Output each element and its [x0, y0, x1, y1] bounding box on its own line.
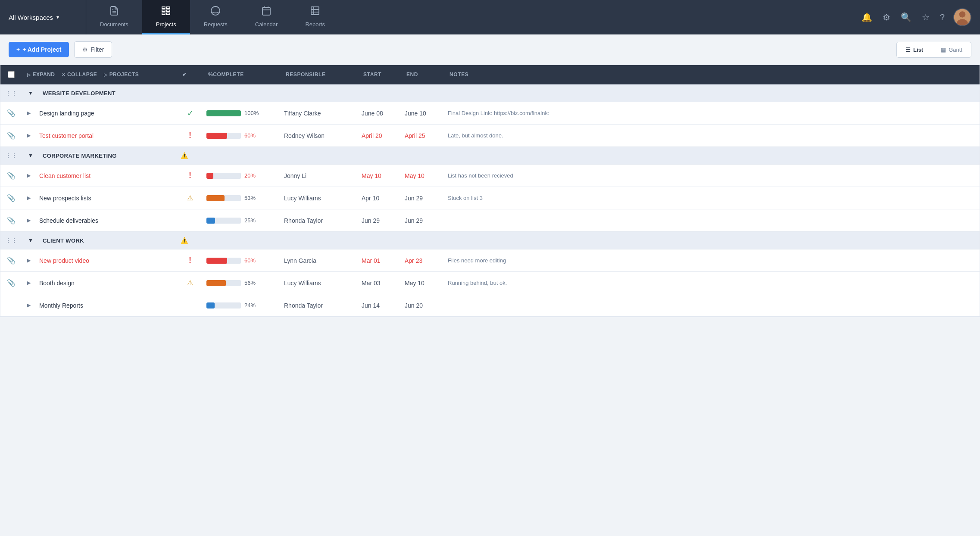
table-header: ▷ Expand ✕ Collapse ▷ Projects ✔ %COMPLE… [0, 65, 980, 84]
responsible-test: Rodney Wilson [281, 132, 358, 139]
task-name-new-product-video[interactable]: New product video [39, 253, 177, 268]
filter-button[interactable]: ⚙ Filter [74, 41, 112, 58]
row-progress-booth: 56% [203, 280, 281, 286]
row-expand-booth[interactable]: ▶ [22, 280, 39, 286]
progress-fill [206, 280, 226, 286]
attach-icon[interactable]: 📎 [0, 171, 22, 180]
start-booth: Mar 03 [358, 280, 401, 287]
gantt-label: Gantt [949, 47, 962, 53]
end-schedule: Jun 29 [401, 217, 444, 224]
search-button[interactable]: 🔍 [899, 10, 913, 24]
group-expand-client[interactable]: ▼ [22, 237, 39, 243]
task-name-booth-design[interactable]: Booth design [39, 275, 177, 291]
group-drag-handle[interactable]: ⋮⋮ [0, 147, 22, 164]
progress-percent: 60% [244, 257, 259, 264]
list-view-button[interactable]: ☰ List [897, 42, 932, 57]
table-row: ▶ Monthly Reports 24% Rhonda Taylor Jun … [0, 294, 980, 317]
nav-reports-label: Reports [305, 21, 325, 28]
projects-icon [161, 6, 171, 19]
task-name-new-prospects-lists[interactable]: New prospects lists [39, 190, 177, 206]
progress-fill [206, 133, 227, 139]
progress-percent: 100% [244, 110, 259, 116]
group-row-website-development: ⋮⋮ ▼ WEBSITE DEVELOPMENT [0, 84, 980, 102]
filter-icon: ⚙ [82, 46, 88, 53]
progress-bar [206, 195, 241, 201]
task-name-monthly-reports[interactable]: Monthly Reports [39, 298, 177, 313]
start-monthly: Jun 14 [358, 302, 401, 309]
add-project-button[interactable]: + + Add Project [9, 42, 69, 57]
task-name-schedule-deliverables[interactable]: Schedule deliverables [39, 213, 177, 228]
select-all-checkbox[interactable] [0, 65, 22, 84]
nav-item-calendar[interactable]: Calendar [241, 0, 292, 34]
group-name-marketing: CORPORATE MARKETING [39, 147, 177, 164]
requests-icon [210, 6, 221, 19]
row-expand-prospects[interactable]: ▶ [22, 195, 39, 201]
task-name-design-landing-page[interactable]: Design landing page [39, 106, 177, 121]
group-row-corporate-marketing: ⋮⋮ ▼ CORPORATE MARKETING ⚠️ [0, 147, 980, 165]
row-expand-video[interactable]: ▶ [22, 258, 39, 263]
th-percent-complete: %COMPLETE [203, 65, 281, 84]
row-status-design: ✓ [177, 109, 203, 118]
group-expand-website[interactable]: ▼ [22, 90, 39, 96]
row-expand-monthly[interactable]: ▶ [22, 302, 39, 308]
progress-bar [206, 280, 241, 286]
group-drag-handle[interactable]: ⋮⋮ [0, 232, 22, 249]
nav-item-reports[interactable]: Reports [291, 0, 339, 34]
projects-header[interactable]: ▷ Projects [104, 72, 139, 78]
row-status-clean: ! [177, 171, 203, 180]
progress-fill [206, 218, 215, 224]
task-name-test-customer-portal[interactable]: Test customer portal [39, 128, 177, 143]
progress-bar [206, 173, 241, 179]
settings-button[interactable]: ⚙ [881, 10, 892, 24]
start-clean: May 10 [358, 172, 401, 179]
expand-arrow-icon: ▷ [27, 72, 31, 77]
progress-bar [206, 218, 241, 224]
row-expand-test[interactable]: ▶ [22, 133, 39, 138]
progress-percent: 24% [244, 302, 259, 309]
table-row: 📎 ▶ New prospects lists ⚠ 53% Lucy Willi… [0, 187, 980, 209]
collapse-header[interactable]: ✕ Collapse [62, 72, 97, 78]
attach-icon[interactable]: 📎 [0, 216, 22, 224]
th-notes: NOTES [444, 65, 980, 84]
notifications-button[interactable]: 🔔 [860, 10, 874, 24]
gantt-view-button[interactable]: ▦ Gantt [932, 42, 971, 57]
responsible-design: Tiffany Clarke [281, 110, 358, 117]
responsible-monthly: Rhonda Taylor [281, 302, 358, 309]
gantt-icon: ▦ [941, 47, 946, 53]
favorites-button[interactable]: ☆ [920, 10, 931, 24]
nav-item-documents[interactable]: Documents [86, 0, 142, 34]
end-booth: May 10 [401, 280, 444, 287]
group-name-website: WEBSITE DEVELOPMENT [39, 85, 177, 102]
attach-icon[interactable]: 📎 [0, 131, 22, 140]
group-expand-marketing[interactable]: ▼ [22, 153, 39, 159]
collapse-label: Collapse [67, 72, 97, 78]
start-video: Mar 01 [358, 257, 401, 264]
task-label: Clean customer list [39, 172, 91, 179]
nav-item-requests[interactable]: Requests [190, 0, 241, 34]
attach-icon[interactable]: 📎 [0, 279, 22, 287]
row-expand-schedule[interactable]: ▶ [22, 218, 39, 223]
svg-point-17 [959, 11, 965, 17]
nav-items: Documents Projects [86, 0, 851, 34]
progress-fill [206, 173, 213, 179]
user-avatar[interactable] [953, 8, 971, 26]
help-button[interactable]: ? [938, 11, 946, 24]
attach-icon[interactable]: 📎 [0, 109, 22, 117]
task-label: Schedule deliverables [39, 217, 98, 224]
list-icon: ☰ [905, 47, 911, 53]
checkbox-all[interactable] [8, 71, 15, 78]
workspace-selector[interactable]: All Workspaces ▾ [0, 0, 86, 34]
progress-bar [206, 133, 241, 139]
expand-header[interactable]: ▷ Expand [27, 72, 55, 78]
nav-item-projects[interactable]: Projects [142, 0, 190, 34]
attach-icon[interactable]: 📎 [0, 256, 22, 265]
row-expand-design[interactable]: ▶ [22, 110, 39, 116]
group-drag-handle[interactable]: ⋮⋮ [0, 84, 22, 102]
task-name-clean-customer-list[interactable]: Clean customer list [39, 168, 177, 184]
attach-icon[interactable]: 📎 [0, 194, 22, 202]
nav-documents-label: Documents [100, 21, 128, 28]
row-expand-clean[interactable]: ▶ [22, 173, 39, 178]
row-progress-test: 60% [203, 132, 281, 139]
view-toggle: ☰ List ▦ Gantt [896, 42, 971, 58]
end-test: April 25 [401, 132, 444, 139]
